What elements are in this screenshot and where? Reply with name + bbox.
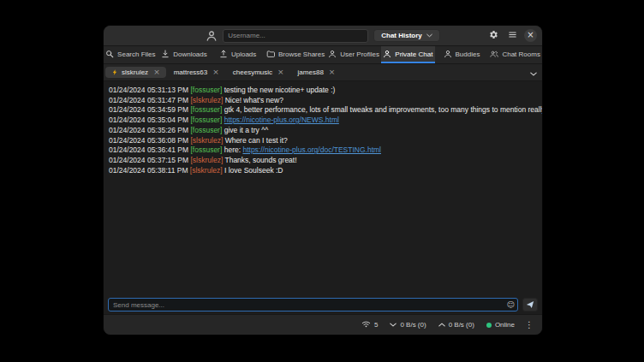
main-tab-label: Buddies bbox=[456, 50, 480, 58]
tab-close-icon[interactable]: × bbox=[212, 68, 219, 76]
main-tab-label: Browse Shares bbox=[278, 50, 325, 58]
online-status[interactable]: Online bbox=[481, 319, 520, 330]
download-rate-status[interactable]: 0 B/s (0) bbox=[385, 319, 431, 330]
main-tab-label: Chat Rooms bbox=[502, 50, 540, 58]
online-dot-icon bbox=[486, 323, 492, 328]
chat-tab-cheesymusic[interactable]: cheesymusic× bbox=[227, 67, 290, 78]
chat-tab-mattress63[interactable]: mattress63× bbox=[168, 67, 225, 78]
chat-message: 01/24/2024 05:31:13 PM [fossuser] testin… bbox=[109, 86, 537, 96]
message-username: [slskrulez] bbox=[190, 166, 224, 175]
chevron-up-icon bbox=[438, 321, 445, 329]
message-composer: ☺ bbox=[104, 295, 542, 314]
main-tab-label: Uploads bbox=[231, 50, 256, 58]
upload-icon bbox=[219, 50, 228, 58]
folder-icon bbox=[266, 50, 275, 58]
main-tab-uploads[interactable]: Uploads bbox=[211, 46, 265, 63]
message-timestamp: 01/24/2024 05:31:13 PM bbox=[109, 86, 190, 94]
message-username: [fossuser] bbox=[190, 145, 224, 154]
message-link[interactable]: https://nicotine-plus.org/NEWS.html bbox=[224, 116, 339, 124]
kebab-icon: ⋮ bbox=[525, 320, 534, 329]
message-text: Nice! what's new? bbox=[225, 96, 283, 104]
gear-icon bbox=[489, 29, 498, 42]
main-tab-label: Search Files bbox=[117, 50, 155, 58]
people-icon bbox=[490, 50, 498, 58]
download-icon bbox=[161, 50, 170, 58]
chat-message: 01/24/2024 05:34:59 PM [fossuser] gtk 4,… bbox=[109, 105, 537, 116]
chat-message: 01/24/2024 05:31:47 PM [slskrulez] Nice!… bbox=[109, 96, 537, 106]
chat-tab-label: james88 bbox=[298, 68, 324, 76]
chat-tab-bar: slskrulez×mattress63×cheesymusic×james88… bbox=[105, 64, 527, 80]
tab-close-icon[interactable]: × bbox=[329, 68, 336, 76]
chevron-down-icon bbox=[426, 33, 432, 38]
main-tab-buddies[interactable]: Buddies bbox=[435, 46, 489, 63]
nicotine-window: Chat History × Search FilesDownloadsUplo… bbox=[103, 25, 543, 335]
emoji-button[interactable]: ☺ bbox=[505, 301, 516, 309]
chat-message: 01/24/2024 05:35:26 PM [fossuser] give i… bbox=[109, 126, 537, 136]
headerbar-center: Chat History bbox=[206, 29, 440, 43]
message-entry-wrap: ☺ bbox=[108, 298, 518, 312]
username-input[interactable] bbox=[223, 29, 368, 43]
chat-message: 01/24/2024 05:38:11 PM [slskrulez] I lov… bbox=[109, 166, 537, 176]
message-timestamp: 01/24/2024 05:34:59 PM bbox=[109, 105, 190, 114]
headerbar: Chat History × bbox=[104, 26, 542, 46]
message-text: I love Soulseek :D bbox=[224, 166, 283, 175]
chat-message: 01/24/2024 05:36:41 PM [fossuser] here: … bbox=[109, 145, 537, 156]
chat-tab-slskrulez[interactable]: slskrulez× bbox=[105, 67, 166, 78]
close-icon: × bbox=[527, 31, 534, 39]
message-username: [slskrulez] bbox=[190, 156, 224, 164]
main-tab-private-chat[interactable]: Private Chat bbox=[381, 46, 435, 63]
user-avatar-icon bbox=[206, 30, 218, 42]
status-bar: 5 0 B/s (0) 0 B/s (0) Online ⋮ bbox=[104, 314, 542, 335]
tab-close-icon[interactable]: × bbox=[153, 68, 160, 76]
chevron-down-icon bbox=[530, 66, 537, 79]
send-button[interactable] bbox=[522, 298, 538, 312]
tab-list-button[interactable] bbox=[527, 64, 540, 80]
download-rate-value: 0 B/s (0) bbox=[400, 321, 426, 329]
message-username: [slskrulez] bbox=[190, 96, 224, 104]
connections-status[interactable]: 5 bbox=[356, 318, 383, 331]
main-tab-label: User Profiles bbox=[340, 50, 379, 58]
message-timestamp: 01/24/2024 05:35:26 PM bbox=[109, 126, 190, 134]
message-username: [slskrulez] bbox=[190, 136, 224, 145]
main-tab-bar: Search FilesDownloadsUploadsBrowse Share… bbox=[104, 46, 542, 64]
chat-history-button[interactable]: Chat History bbox=[373, 29, 440, 42]
close-window-button[interactable]: × bbox=[524, 29, 537, 42]
chat-log: 01/24/2024 05:31:13 PM [fossuser] testin… bbox=[104, 81, 542, 295]
message-timestamp: 01/24/2024 05:38:11 PM bbox=[109, 166, 190, 175]
message-text: give it a try ^^ bbox=[224, 126, 268, 134]
send-icon bbox=[526, 299, 534, 312]
message-username: [fossuser] bbox=[190, 126, 224, 134]
upload-rate-status[interactable]: 0 B/s (0) bbox=[433, 319, 480, 330]
person-icon bbox=[328, 50, 337, 58]
message-input[interactable] bbox=[108, 298, 518, 312]
message-username: [fossuser] bbox=[190, 86, 224, 94]
main-tab-chat-rooms[interactable]: Chat Rooms bbox=[488, 46, 542, 63]
message-timestamp: 01/24/2024 05:36:08 PM bbox=[109, 136, 190, 145]
tab-close-icon[interactable]: × bbox=[277, 68, 284, 76]
message-timestamp: 01/24/2024 05:35:04 PM bbox=[109, 116, 190, 124]
chat-tab-james88[interactable]: james88× bbox=[292, 67, 342, 78]
chat-tab-label: cheesymusic bbox=[233, 68, 272, 76]
chat-tab-label: mattress63 bbox=[174, 68, 208, 76]
main-tab-label: Private Chat bbox=[395, 50, 432, 58]
wifi-icon bbox=[361, 320, 371, 329]
main-tab-browse-shares[interactable]: Browse Shares bbox=[265, 46, 326, 63]
main-menu-button[interactable] bbox=[505, 29, 519, 43]
message-link[interactable]: https://nicotine-plus.org/doc/TESTING.ht… bbox=[242, 145, 381, 154]
chat-message: 01/24/2024 05:37:15 PM [slskrulez] Thank… bbox=[109, 156, 537, 166]
chat-tab-label: slskrulez bbox=[122, 68, 148, 76]
message-text: testing the new nicotine+ update :) bbox=[224, 86, 336, 94]
main-tab-label: Downloads bbox=[173, 50, 207, 58]
message-username: [fossuser] bbox=[190, 105, 224, 114]
search-icon bbox=[105, 50, 114, 58]
main-tab-downloads[interactable]: Downloads bbox=[158, 46, 212, 63]
message-timestamp: 01/24/2024 05:36:41 PM bbox=[109, 145, 190, 154]
statusbar-menu-button[interactable]: ⋮ bbox=[522, 320, 537, 329]
message-text: Thanks, sounds great! bbox=[224, 156, 296, 164]
main-tab-search-files[interactable]: Search Files bbox=[104, 46, 158, 63]
message-text: Where can I test it? bbox=[225, 136, 288, 145]
chat-message: 01/24/2024 05:36:08 PM [slskrulez] Where… bbox=[109, 136, 537, 146]
message-username: [fossuser] bbox=[190, 116, 224, 124]
main-tab-user-profiles[interactable]: User Profiles bbox=[326, 46, 381, 63]
preferences-button[interactable] bbox=[486, 29, 500, 43]
